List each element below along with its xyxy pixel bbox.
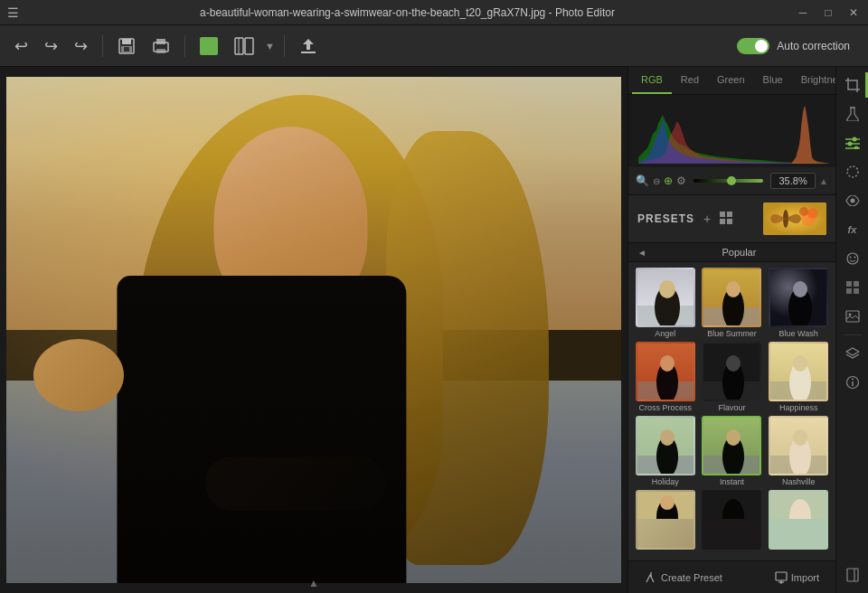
section-collapse-icon[interactable]: ◄ — [637, 248, 646, 258]
zoom-out-icon[interactable]: ⊖ — [653, 176, 660, 186]
presets-add-button[interactable]: + — [702, 212, 712, 226]
brightness-slider-thumb — [727, 176, 736, 185]
preset-item-flavour[interactable]: Flavour — [701, 342, 764, 412]
svg-rect-13 — [727, 212, 732, 217]
redo-button[interactable]: ↪ — [39, 33, 63, 60]
import-button[interactable]: Import — [768, 568, 826, 588]
presets-grid: Angel Blue Summe — [628, 262, 835, 560]
up-arrow-icon[interactable]: ▲ — [819, 176, 828, 186]
select-tool-button[interactable] — [840, 159, 865, 184]
histogram-controls: 🔍 ⊖ ⊕ ⚙ 35.8% ▲ — [628, 167, 835, 195]
presets-label: PRESETS — [637, 212, 694, 225]
preset-thumb-more-1 — [636, 490, 695, 550]
toggle-switch[interactable] — [737, 38, 769, 54]
toggle-knob — [755, 40, 768, 52]
tab-green[interactable]: Green — [708, 67, 754, 94]
split-dropdown-arrow[interactable]: ▼ — [265, 41, 275, 52]
fx-button[interactable]: fx — [840, 217, 865, 242]
preset-thumb-happiness — [769, 342, 828, 401]
preset-label-holiday: Holiday — [652, 477, 679, 486]
histogram-display — [628, 95, 835, 167]
preset-thumb-blue-summer — [702, 268, 761, 327]
preset-item-nashville[interactable]: Nashville — [767, 416, 830, 486]
auto-correction-toggle[interactable]: Auto correction — [737, 38, 850, 54]
grid-tool-button[interactable] — [840, 275, 865, 300]
preset-item-blue-wash[interactable]: Blue Wash — [767, 268, 830, 338]
svg-point-74 — [852, 137, 856, 142]
svg-point-39 — [726, 355, 741, 372]
preset-item-instant[interactable]: Instant — [701, 416, 764, 486]
toolbar-sep-2 — [184, 35, 185, 57]
tab-red[interactable]: Red — [672, 67, 708, 94]
preset-label-blue-summer: Blue Summer — [707, 329, 757, 338]
brightness-value[interactable]: 35.8% — [770, 173, 816, 189]
preset-item-angel[interactable]: Angel — [634, 268, 697, 338]
crop-tool-button[interactable] — [840, 72, 865, 98]
svg-point-47 — [660, 429, 675, 446]
preset-header-thumb — [763, 202, 826, 235]
svg-point-82 — [849, 257, 851, 259]
undo-button[interactable]: ↩ — [9, 33, 33, 60]
tool-separator — [844, 334, 862, 335]
svg-point-55 — [793, 429, 807, 446]
preset-item-holiday[interactable]: Holiday — [634, 416, 697, 486]
svg-rect-14 — [720, 219, 725, 224]
tab-blue[interactable]: Blue — [754, 67, 792, 94]
preset-thumb-inner — [763, 202, 826, 235]
info-button[interactable] — [840, 370, 865, 395]
svg-rect-3 — [124, 47, 129, 52]
svg-rect-12 — [720, 212, 725, 217]
gear-icon[interactable]: ⚙ — [676, 174, 686, 187]
create-preset-button[interactable]: Create Preset — [637, 568, 730, 588]
bottom-bar: Create Preset Import — [628, 560, 835, 593]
print-button[interactable] — [146, 33, 175, 59]
image-tool-button[interactable] — [840, 304, 865, 329]
preset-thumb-flavour — [702, 342, 761, 401]
preset-label-cross-process: Cross Process — [639, 403, 693, 412]
maximize-button[interactable]: □ — [821, 6, 835, 19]
preset-item-more-1[interactable] — [634, 490, 697, 550]
photo-area[interactable]: ▲ — [0, 67, 627, 593]
bottom-nav-arrow[interactable]: ▲ — [308, 577, 319, 589]
face-tool-button[interactable] — [840, 246, 865, 271]
svg-point-19 — [799, 207, 808, 216]
test-tube-button[interactable] — [840, 101, 865, 127]
preset-label-blue-wash: Blue Wash — [779, 329, 818, 338]
tab-rgb[interactable]: RGB — [632, 67, 672, 94]
preset-item-happiness[interactable]: Happiness — [767, 342, 830, 412]
svg-point-78 — [854, 146, 858, 150]
green-box-icon — [200, 37, 218, 55]
panel-toggle-button[interactable] — [840, 562, 865, 588]
preset-item-more-3[interactable] — [767, 490, 830, 550]
view-mode-button[interactable] — [194, 33, 223, 59]
eye-tool-button[interactable] — [840, 188, 865, 213]
close-button[interactable]: ✕ — [846, 6, 861, 19]
section-label: Popular — [652, 247, 826, 258]
split-view-button[interactable] — [229, 33, 259, 59]
reset-icon[interactable]: ⊕ — [664, 174, 673, 187]
svg-rect-87 — [854, 288, 859, 294]
export-button[interactable] — [294, 33, 323, 59]
zoom-in-icon[interactable]: 🔍 — [636, 174, 649, 187]
brightness-slider[interactable] — [693, 179, 763, 183]
create-preset-label: Create Preset — [661, 572, 722, 583]
layers-button[interactable] — [840, 341, 865, 366]
preset-label-instant: Instant — [720, 477, 744, 486]
titlebar: ☰ a-beautiful-woman-wearing-a-swimwear-o… — [0, 0, 868, 25]
svg-point-81 — [847, 253, 858, 264]
preset-item-cross-process[interactable]: Cross Process — [634, 342, 697, 412]
svg-rect-10 — [301, 52, 316, 53]
redo2-button[interactable]: ↪ — [69, 33, 93, 60]
preset-item-blue-summer[interactable]: Blue Summer — [701, 268, 764, 338]
presets-grid-button[interactable] — [720, 212, 732, 227]
svg-point-58 — [660, 495, 675, 510]
shoulder-left — [33, 339, 124, 411]
presets-section-header[interactable]: ◄ Popular — [628, 243, 835, 262]
window-controls: ─ □ ✕ — [796, 6, 861, 19]
adjustments-button[interactable] — [840, 130, 865, 155]
minimize-button[interactable]: ─ — [796, 6, 810, 19]
fx-icon: fx — [848, 224, 857, 235]
save-button[interactable] — [112, 33, 141, 59]
preset-item-more-2[interactable] — [701, 490, 764, 550]
svg-rect-1 — [122, 39, 131, 44]
